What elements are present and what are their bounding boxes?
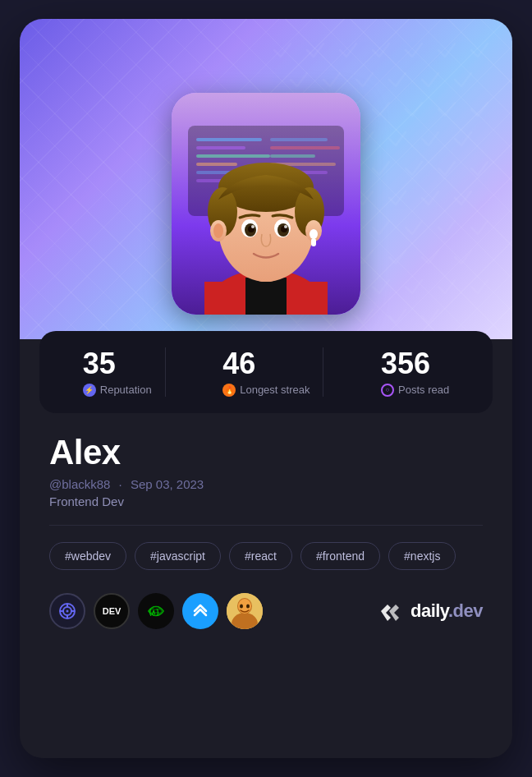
source-icon-user-avatar[interactable] [227, 593, 263, 629]
avatar [172, 93, 360, 315]
branding-daily: daily [410, 600, 448, 621]
devto-label: DEV [103, 606, 122, 616]
source-icon-superhuman[interactable] [182, 593, 218, 629]
join-date: Sep 03, 2023 [131, 477, 204, 491]
divider [49, 525, 483, 526]
branding: daily.dev [376, 596, 483, 626]
source-icons: DEV (∧) [49, 593, 263, 629]
sources-row: DEV (∧) [20, 585, 512, 637]
posts-label: ○ Posts read [381, 384, 449, 397]
avatar-illustration [172, 93, 360, 315]
tag-frontend[interactable]: #frontend [300, 542, 380, 570]
stat-posts: 356 ○ Posts read [368, 347, 462, 397]
fire-icon: 🔥 [222, 384, 236, 397]
tag-webdev[interactable]: #webdev [49, 542, 126, 570]
svg-rect-33 [311, 238, 316, 246]
profile-info: Alex @blackk88 · Sep 03, 2023 Frontend D… [20, 413, 512, 508]
svg-point-32 [310, 229, 318, 239]
posts-value: 356 [381, 347, 430, 380]
svg-point-29 [284, 225, 287, 228]
branding-dev: .dev [448, 600, 483, 621]
lightning-icon: ⚡ [83, 384, 96, 397]
svg-rect-6 [196, 163, 237, 166]
svg-point-47 [240, 604, 243, 608]
stat-streak: 46 🔥 Longest streak [209, 347, 323, 397]
svg-rect-5 [196, 154, 270, 158]
profile-banner [20, 19, 512, 339]
svg-rect-16 [245, 278, 287, 315]
branding-text: daily.dev [410, 600, 483, 622]
svg-text:(∧): (∧) [149, 608, 159, 615]
svg-rect-9 [270, 138, 328, 141]
tag-javascript[interactable]: #javascript [135, 542, 221, 570]
reputation-label: ⚡ Reputation [83, 384, 152, 397]
svg-rect-10 [270, 146, 340, 149]
daily-dev-logo-icon [376, 596, 406, 626]
reputation-value: 35 [83, 347, 116, 380]
streak-value: 46 [222, 347, 255, 380]
svg-rect-3 [196, 138, 262, 141]
source-icon-devto[interactable]: DEV [94, 593, 130, 629]
svg-rect-11 [270, 154, 315, 158]
tag-nextjs[interactable]: #nextjs [388, 542, 456, 570]
username: @blackk88 [49, 477, 110, 491]
profile-title: Frontend Dev [49, 494, 483, 508]
tag-react[interactable]: #react [229, 542, 292, 570]
svg-point-28 [251, 225, 255, 228]
profile-meta: @blackk88 · Sep 03, 2023 [49, 477, 483, 491]
svg-point-37 [66, 609, 69, 612]
streak-label: 🔥 Longest streak [222, 384, 310, 397]
circle-icon: ○ [381, 384, 394, 397]
source-icon-fcc[interactable]: (∧) [138, 593, 174, 629]
tags-section: #webdev #javascript #react #frontend #ne… [20, 542, 512, 570]
profile-name: Alex [49, 433, 483, 472]
profile-card: 35 ⚡ Reputation 46 🔥 Longest streak 356 … [20, 19, 512, 758]
stat-reputation: 35 ⚡ Reputation [70, 347, 166, 397]
meta-dot: · [119, 477, 126, 491]
svg-point-34 [213, 223, 223, 238]
svg-point-48 [246, 604, 250, 608]
source-icon-target[interactable] [49, 593, 85, 629]
svg-rect-4 [196, 146, 245, 149]
stats-bar: 35 ⚡ Reputation 46 🔥 Longest streak 356 … [39, 331, 493, 413]
